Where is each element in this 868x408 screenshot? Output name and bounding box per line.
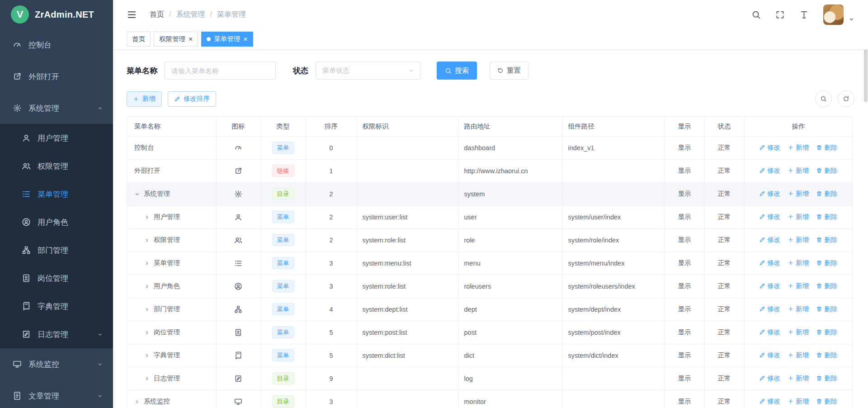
sidebar-toggle-icon[interactable] xyxy=(127,9,137,20)
delete-link[interactable]: 删除 xyxy=(816,259,837,267)
sidebar-item-article-management[interactable]: 文章管理 xyxy=(0,380,113,408)
tree-expand-chevron-right-icon[interactable] xyxy=(144,214,154,220)
edit-link[interactable]: 修改 xyxy=(759,282,780,290)
perm-cell xyxy=(357,182,458,205)
tree-expand-chevron-right-icon[interactable] xyxy=(144,353,154,359)
dashboard-icon xyxy=(13,40,22,49)
delete-link[interactable]: 删除 xyxy=(816,282,837,290)
edit-link[interactable]: 修改 xyxy=(759,397,780,406)
search-button[interactable]: 搜索 xyxy=(437,62,477,80)
chevron-right-icon xyxy=(144,353,150,359)
delete-link[interactable]: 删除 xyxy=(816,166,837,175)
edit-link[interactable]: 修改 xyxy=(759,374,780,383)
add-link[interactable]: 新增 xyxy=(788,305,809,313)
menu-fold-icon xyxy=(127,9,137,20)
sidebar-item-dictionary-management[interactable]: 字典管理 xyxy=(0,292,113,320)
sidebar-item-external-open[interactable]: 外部打开 xyxy=(0,61,113,92)
sort-cell: 3 xyxy=(306,390,357,408)
add-link[interactable]: 新增 xyxy=(788,143,809,152)
avatar[interactable] xyxy=(823,5,844,25)
sidebar-item-menu-management[interactable]: 菜单管理 xyxy=(0,180,113,208)
app-logo[interactable]: V ZrAdmin.NET xyxy=(0,0,113,29)
tree-expand-chevron-right-icon[interactable] xyxy=(144,376,154,382)
delete-link[interactable]: 删除 xyxy=(816,143,837,152)
caret-down-icon[interactable] xyxy=(849,16,854,22)
edit-link[interactable]: 修改 xyxy=(759,166,780,175)
edit-link[interactable]: 修改 xyxy=(759,143,780,152)
sidebar-item-dashboard[interactable]: 控制台 xyxy=(0,29,113,61)
search-tool-button[interactable] xyxy=(815,90,832,107)
add-link[interactable]: 新增 xyxy=(788,166,809,175)
add-link[interactable]: 新增 xyxy=(788,259,809,267)
delete-link[interactable]: 删除 xyxy=(816,305,837,313)
close-icon[interactable]: × xyxy=(243,36,247,43)
edit-link[interactable]: 修改 xyxy=(759,213,780,221)
sidebar-item-system-management[interactable]: 系统管理 xyxy=(0,92,113,124)
sidebar-item-user-management[interactable]: 用户管理 xyxy=(0,124,113,152)
add-link[interactable]: 新增 xyxy=(788,190,809,198)
tree-expand-chevron-right-icon[interactable] xyxy=(144,284,154,289)
edit-link[interactable]: 修改 xyxy=(759,305,780,313)
chevron-right-icon xyxy=(144,376,150,382)
delete-link[interactable]: 删除 xyxy=(816,374,837,383)
edit-link[interactable]: 修改 xyxy=(759,259,780,267)
breadcrumb-item[interactable]: 首页 xyxy=(150,10,164,19)
tree-expand-chevron-right-icon[interactable] xyxy=(134,399,144,405)
status-cell: 正常 xyxy=(704,159,744,182)
tree-expand-chevron-right-icon[interactable] xyxy=(144,330,154,336)
delete-link[interactable]: 删除 xyxy=(816,190,837,198)
delete-link[interactable]: 删除 xyxy=(816,236,837,244)
sidebar-item-user-roles[interactable]: 用户角色 xyxy=(0,208,113,236)
add-link[interactable]: 新增 xyxy=(788,282,809,290)
edit-link-label: 修改 xyxy=(767,328,780,337)
delete-link[interactable]: 删除 xyxy=(816,397,837,406)
tree-expand-chevron-right-icon[interactable] xyxy=(144,237,154,243)
breadcrumb-item[interactable]: 系统管理 xyxy=(176,10,205,19)
fullscreen-action[interactable] xyxy=(775,10,785,19)
edit-icon xyxy=(759,260,765,266)
tree-expand-chevron-right-icon[interactable] xyxy=(144,307,154,313)
sidebar-item-permission-management[interactable]: 权限管理 xyxy=(0,152,113,180)
menu-name-input[interactable] xyxy=(165,62,276,80)
refresh-tool-button[interactable] xyxy=(838,90,854,107)
add-link[interactable]: 新增 xyxy=(788,328,809,337)
tree-expand-chevron-down-icon[interactable] xyxy=(134,191,144,197)
sidebar-item-department-management[interactable]: 部门管理 xyxy=(0,236,113,264)
edit-link[interactable]: 修改 xyxy=(759,190,780,198)
tab-menu-management[interactable]: 菜单管理× xyxy=(201,32,253,47)
add-link-label: 新增 xyxy=(796,213,809,221)
component-cell: system/post/index xyxy=(562,321,665,344)
add-link[interactable]: 新增 xyxy=(788,397,809,406)
add-button[interactable]: 新增 xyxy=(127,91,162,107)
users-icon xyxy=(234,236,242,244)
tab-permission-management[interactable]: 权限管理× xyxy=(154,32,198,47)
menu-name-cell: 日志管理 xyxy=(127,367,216,390)
add-link[interactable]: 新增 xyxy=(788,374,809,383)
add-link[interactable]: 新增 xyxy=(788,236,809,244)
tab-home[interactable]: 首页 xyxy=(127,32,151,47)
edit-sort-button[interactable]: 修改排序 xyxy=(168,91,216,107)
edit-link[interactable]: 修改 xyxy=(759,351,780,360)
add-link-label: 新增 xyxy=(796,374,809,383)
delete-link[interactable]: 删除 xyxy=(816,351,837,360)
delete-link[interactable]: 删除 xyxy=(816,213,837,221)
status-select[interactable]: 菜单状态 xyxy=(316,62,420,80)
book-icon xyxy=(22,302,31,311)
sidebar-item-log-management[interactable]: 日志管理 xyxy=(0,320,113,348)
chevron-right-icon xyxy=(144,237,150,243)
menu-name-text: 外部打开 xyxy=(134,167,160,174)
chevron-right-icon xyxy=(134,399,140,405)
sidebar-item-system-monitor[interactable]: 系统监控 xyxy=(0,348,113,380)
edit-link[interactable]: 修改 xyxy=(759,236,780,244)
reset-button[interactable]: 重置 xyxy=(490,62,528,80)
sidebar-item-post-management[interactable]: 岗位管理 xyxy=(0,264,113,292)
tree-expand-chevron-right-icon[interactable] xyxy=(144,261,154,266)
menu-icon-cell xyxy=(216,228,260,251)
search-action[interactable] xyxy=(751,10,761,19)
delete-link[interactable]: 删除 xyxy=(816,328,837,337)
font-size-action[interactable] xyxy=(799,10,809,19)
add-link[interactable]: 新增 xyxy=(788,213,809,221)
add-link[interactable]: 新增 xyxy=(788,351,809,360)
close-icon[interactable]: × xyxy=(189,36,193,43)
edit-link[interactable]: 修改 xyxy=(759,328,780,337)
